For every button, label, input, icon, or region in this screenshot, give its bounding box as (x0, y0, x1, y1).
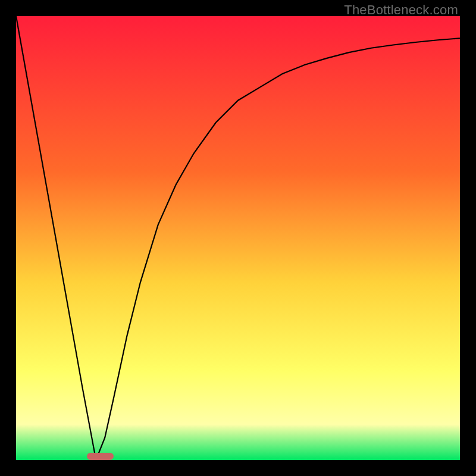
datum-marker (87, 453, 114, 460)
gradient-background (16, 16, 460, 460)
chart-frame (16, 16, 460, 460)
bottleneck-chart (16, 16, 460, 460)
